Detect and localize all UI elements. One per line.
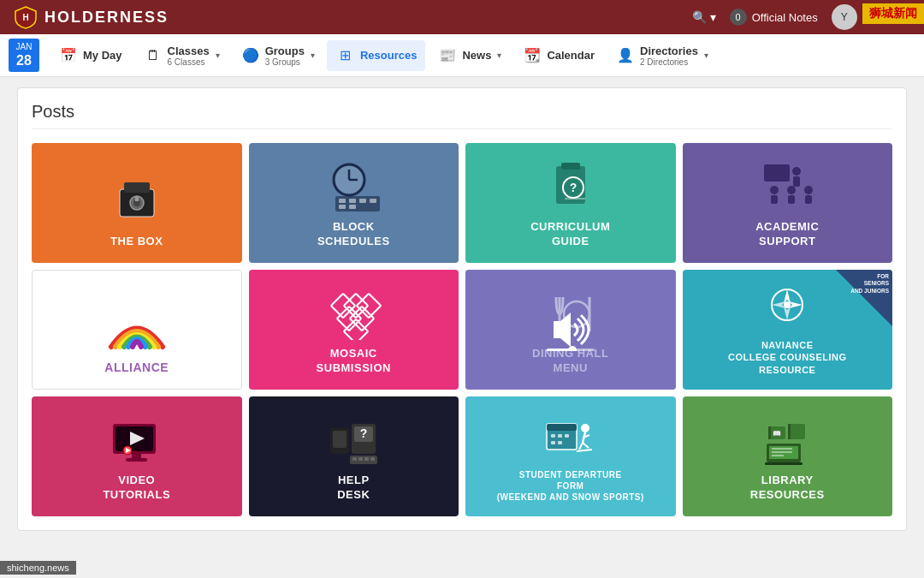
svg-point-74: [581, 424, 589, 432]
directories-sub: 2 Directories: [640, 57, 698, 67]
calendar-nav-icon: 📆: [522, 45, 542, 66]
groups-icon: 🔵: [240, 45, 261, 66]
notes-badge: 0: [730, 9, 747, 26]
news-icon: 📰: [437, 45, 458, 66]
svg-point-43: [568, 346, 577, 351]
official-notes[interactable]: 0 Official Notes: [730, 9, 818, 26]
directories-icon: 👤: [615, 45, 636, 66]
naviance-icon: [760, 281, 815, 332]
calendar-icon: 📅: [58, 45, 79, 66]
departure-icon: [542, 415, 598, 462]
svg-point-26: [787, 186, 796, 194]
guide-icon: ?: [541, 158, 601, 213]
svg-line-78: [583, 443, 589, 448]
naviance-label: NAVIANCECOLLEGE COUNSELINGRESOURCE: [728, 339, 847, 376]
box-icon: [107, 172, 167, 228]
directories-label: Directories: [640, 45, 698, 57]
nav-my-day[interactable]: 📅 My Day: [50, 40, 131, 71]
logo-area: H HOLDERNESS: [14, 5, 169, 29]
svg-rect-28: [771, 195, 778, 204]
tile-help-desk[interactable]: ? HELPDESK: [249, 396, 459, 516]
svg-text:H: H: [22, 13, 28, 22]
svg-rect-71: [565, 434, 569, 438]
svg-rect-5: [135, 196, 139, 201]
svg-rect-12: [349, 199, 356, 203]
tile-library-resources[interactable]: 📖 LIBRARYRESOURCES: [683, 396, 893, 516]
block-schedules-label: BLOCKSCHEDULES: [317, 220, 390, 249]
support-icon: [757, 158, 817, 213]
volume-icon: [545, 308, 596, 351]
tile-video-tutorials[interactable]: VIDEOTUTORIALS: [32, 396, 242, 516]
tile-student-departure[interactable]: STUDENT DEPARTUREFORM(WEEKEND AND SNOW S…: [465, 396, 676, 516]
svg-rect-72: [551, 441, 555, 444]
tile-dining-hall-menu[interactable]: DINING HALLMENU: [465, 270, 676, 390]
the-box-label: THE BOX: [110, 235, 163, 249]
svg-line-77: [579, 443, 583, 450]
nav-date[interactable]: JAN 28: [9, 39, 39, 72]
calendar-label: Calendar: [547, 49, 595, 62]
tile-curriculum-guide[interactable]: ? CURRICULUMGUIDE: [465, 143, 676, 263]
main-content: Posts THE BOX: [17, 87, 907, 531]
rainbow-icon: [103, 306, 171, 353]
watermark-top-right: 狮城新闻: [862, 3, 924, 24]
student-departure-label: STUDENT DEPARTUREFORM(WEEKEND AND SNOW S…: [497, 469, 644, 503]
svg-text:?: ?: [359, 426, 367, 440]
svg-rect-14: [370, 199, 376, 203]
classes-icon: 🗒: [143, 45, 163, 66]
svg-marker-46: [789, 301, 803, 308]
svg-line-79: [577, 450, 592, 451]
svg-point-25: [770, 186, 779, 194]
nav-calendar[interactable]: 📆 Calendar: [513, 40, 603, 71]
svg-rect-73: [558, 441, 562, 444]
mosaic-submission-label: MOSAICSUBMISSION: [317, 347, 391, 376]
resources-label: Resources: [360, 49, 417, 62]
svg-marker-47: [784, 307, 791, 320]
tile-alliance[interactable]: ALLIANCE: [32, 270, 242, 390]
svg-rect-22: [764, 164, 790, 182]
classes-sub: 6 Classes: [168, 57, 210, 67]
watermark-bottom-left: shicheng.news: [0, 561, 76, 575]
svg-rect-10: [335, 196, 380, 212]
groups-dropdown: ▾: [311, 51, 315, 60]
nav-news[interactable]: 📰 News ▾: [429, 40, 510, 71]
svg-rect-84: [788, 424, 791, 439]
svg-point-49: [784, 301, 791, 308]
tile-naviance[interactable]: FORSENIORSAND JUNIORS NAVIANCECOLLEGE CO…: [683, 270, 893, 390]
svg-rect-2: [124, 182, 150, 193]
resources-icon: ⊞: [335, 45, 356, 66]
nav-resources[interactable]: ⊞ Resources: [327, 40, 425, 71]
svg-rect-61: [352, 457, 357, 461]
classes-dropdown: ▾: [216, 51, 220, 60]
svg-rect-15: [339, 205, 346, 209]
posts-grid: THE BOX: [32, 143, 892, 516]
nav-classes[interactable]: 🗒 Classes 6 Classes ▾: [134, 39, 228, 72]
directories-dropdown: ▾: [704, 51, 708, 60]
clock-icon: [323, 158, 383, 213]
tile-the-box[interactable]: THE BOX: [32, 143, 242, 263]
svg-rect-69: [551, 434, 555, 438]
groups-sub: 3 Groups: [265, 57, 305, 67]
nav-directories[interactable]: 👤 Directories 2 Directories ▾: [607, 39, 717, 72]
logo-icon: H: [14, 5, 38, 29]
tile-block-schedules[interactable]: BLOCKSCHEDULES: [249, 143, 459, 263]
nav-groups[interactable]: 🔵 Groups 3 Groups ▾: [232, 39, 323, 72]
svg-rect-56: [126, 458, 147, 462]
video-icon: [109, 420, 164, 467]
search-button[interactable]: 🔍 ▾: [692, 10, 716, 24]
svg-rect-70: [558, 434, 562, 438]
svg-point-23: [792, 167, 801, 176]
page-wrapper: H HOLDERNESS 🔍 ▾ 0 Official Notes Y Yish…: [0, 0, 924, 531]
tile-academic-support[interactable]: ACADEMICSUPPORT: [683, 143, 893, 263]
top-header: H HOLDERNESS 🔍 ▾ 0 Official Notes Y Yish…: [0, 0, 924, 34]
my-day-label: My Day: [83, 49, 122, 62]
school-name: HOLDERNESS: [44, 9, 169, 27]
tile-mosaic-submission[interactable]: MOSAICSUBMISSION: [249, 270, 459, 390]
svg-rect-13: [359, 199, 366, 203]
svg-rect-81: [768, 426, 771, 439]
avatar: Y: [832, 4, 857, 30]
posts-title: Posts: [32, 102, 892, 129]
svg-rect-68: [547, 424, 577, 431]
svg-rect-30: [805, 195, 812, 204]
nav-bar: JAN 28 📅 My Day 🗒 Classes 6 Classes ▾ 🔵 …: [0, 34, 924, 77]
library-resources-label: LIBRARYRESOURCES: [750, 474, 825, 503]
